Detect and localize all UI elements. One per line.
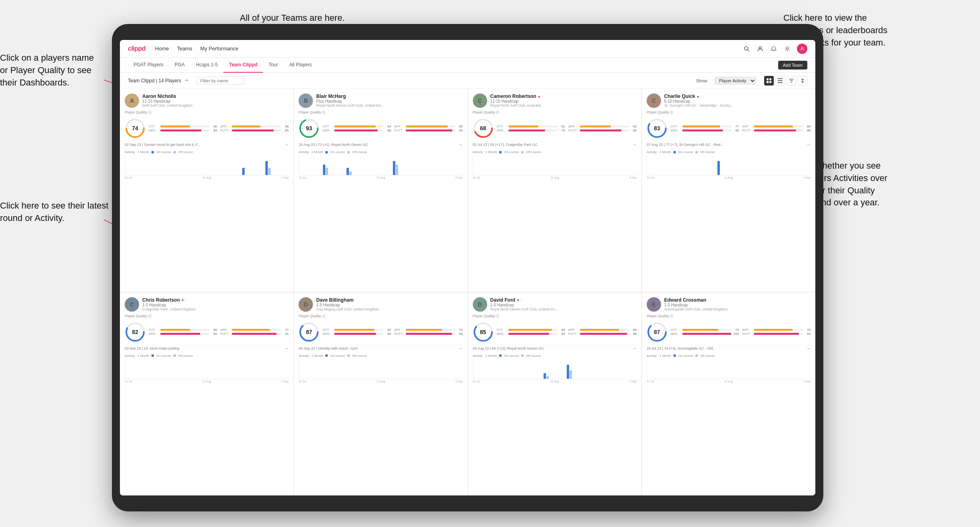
player-header: C Cameron Robertson ● 11-15 Handicap Roy… xyxy=(473,93,637,108)
stat-bar-container-ARG xyxy=(682,129,731,131)
tab-tour[interactable]: Tour xyxy=(263,58,283,73)
player-card-3[interactable]: C Cameron Robertson ● 11-15 Handicap Roy… xyxy=(468,89,641,292)
chart-area xyxy=(125,359,289,379)
stat-value-APP: 79 xyxy=(804,328,811,332)
bell-icon[interactable] xyxy=(770,45,778,53)
player-name[interactable]: Edward Crossman xyxy=(664,297,811,303)
stat-value-OTT: 60 xyxy=(211,328,217,332)
activity-header: Activity · 1 Month On course Off course xyxy=(299,150,462,154)
latest-round[interactable]: 02 Jul 23 | 59 (+17), Craigmillar Park G… xyxy=(473,141,637,148)
quality-section[interactable]: 83 OTT 77 APP 80 ARG 83 PUTT 86 xyxy=(647,118,811,139)
stat-row-PUTT: PUTT 86 xyxy=(742,129,811,132)
stat-value-PUTT: 96 xyxy=(630,332,637,336)
user-avatar-icon[interactable]: A xyxy=(797,44,807,54)
stat-label-ARG: ARG xyxy=(149,129,159,132)
tab-hcaps[interactable]: Hcaps 1-5 xyxy=(190,58,223,73)
latest-round[interactable]: 04 Sep 23 | Mobility with coach, Gym → xyxy=(299,345,462,352)
chart-label: 21 Aug xyxy=(724,380,733,383)
profile-icon[interactable] xyxy=(756,45,764,53)
search-icon[interactable] xyxy=(743,45,751,53)
player-info: Edward Crossman 1-5 Handicap Sunningdale… xyxy=(664,297,811,311)
latest-round[interactable]: 02 Sep 23 | Sunset round to get back int… xyxy=(125,141,289,148)
stat-bar-APP xyxy=(580,329,619,331)
chart-bar-group xyxy=(393,161,415,175)
list-view-icon[interactable] xyxy=(775,76,785,86)
nav-teams[interactable]: Teams xyxy=(177,46,192,52)
settings-icon[interactable] xyxy=(783,45,791,53)
bar-on xyxy=(323,165,325,175)
sort-icon[interactable] xyxy=(798,76,807,86)
stat-bar-container-ARG xyxy=(682,333,731,335)
player-name[interactable]: Cameron Robertson ● xyxy=(490,93,637,99)
off-course-label: Off course xyxy=(178,354,193,358)
player-card-2[interactable]: B Blair McHarg Plus Handicap Royal North… xyxy=(294,89,467,292)
stat-bar-container-PUTT xyxy=(406,129,455,131)
bar-on xyxy=(265,161,268,175)
stat-value-OTT: 84 xyxy=(384,125,391,128)
quality-section[interactable]: 82 OTT 60 APP 77 ARG 81 PUTT 91 xyxy=(125,322,289,342)
svg-rect-11 xyxy=(778,82,783,83)
player-avatar: E xyxy=(647,297,661,312)
player-name[interactable]: Dave Billingham xyxy=(316,297,462,303)
quality-label: Player Quality ⓘ xyxy=(647,314,811,318)
latest-round[interactable]: 18 Jul 23 | 74 (+4), Sunningdale GC - Ol… xyxy=(647,345,811,352)
show-select[interactable]: Player Activity xyxy=(715,77,756,85)
stat-label-PUTT: PUTT xyxy=(568,129,579,132)
quality-circle: 93 xyxy=(299,118,319,139)
quality-section[interactable]: 87 OTT 82 APP 74 ARG 85 PUTT 94 xyxy=(299,322,462,342)
player-name[interactable]: David Ford ● xyxy=(490,297,637,303)
activity-section: Activity · 1 Month On course Off course xyxy=(299,354,462,383)
tab-team-clippd[interactable]: Team Clippd xyxy=(223,58,263,73)
player-name[interactable]: Blair McHarg xyxy=(316,93,462,99)
off-course-dot xyxy=(521,151,524,153)
stat-label-ARG: ARG xyxy=(497,332,507,336)
edit-icon[interactable]: ✏ xyxy=(185,78,189,83)
quality-section[interactable]: 74 OTT 60 APP 58 ARG 84 PUTT 85 xyxy=(125,118,289,139)
filter-input[interactable] xyxy=(197,77,245,85)
quality-section[interactable]: 93 OTT 84 APP 85 ARG 88 PUTT 95 xyxy=(299,118,462,139)
stat-bar-container-ARG xyxy=(334,333,383,335)
stat-row-PUTT: PUTT 96 xyxy=(568,332,637,336)
tab-pgat-players[interactable]: PGAT Players xyxy=(128,58,169,73)
latest-round[interactable]: 03 Mar 23 | 19, Must make putting → xyxy=(125,345,289,352)
stat-value-ARG: 84 xyxy=(211,129,217,132)
stat-bar-APP xyxy=(232,125,260,127)
player-card-7[interactable]: D David Ford ● 1-5 Handicap Royal North … xyxy=(468,292,641,496)
stat-value-APP: 74 xyxy=(456,328,463,332)
chart-label: 21 Aug xyxy=(376,380,385,383)
player-card-1[interactable]: A Aaron Nicholls 11-15 Handicap Drift Go… xyxy=(120,89,293,292)
latest-round[interactable]: 26 Aug 23 | 73 (+1), Royal North Devon G… xyxy=(299,141,462,148)
nav-home[interactable]: Home xyxy=(155,46,169,52)
tab-all-players[interactable]: All Players xyxy=(283,58,317,73)
player-card-8[interactable]: E Edward Crossman 1-5 Handicap Sunningda… xyxy=(642,292,815,496)
stat-bar-PUTT xyxy=(580,129,622,131)
quality-section[interactable]: 85 OTT 89 APP 80 ARG 83 PUTT 96 xyxy=(473,322,637,342)
player-name[interactable]: Aaron Nicholls xyxy=(142,93,289,99)
stat-row-OTT: OTT 77 xyxy=(671,125,739,128)
grid-view-icon[interactable] xyxy=(764,76,774,86)
player-card-5[interactable]: C Chris Robertson ● 1-5 Handicap Craigmi… xyxy=(120,292,293,496)
latest-round[interactable]: 26 Aug 23 | 84 (+12), Royal North Devon … xyxy=(473,345,637,352)
stat-bar-PUTT xyxy=(754,129,796,131)
tab-pga[interactable]: PGA xyxy=(169,58,190,73)
activity-section: Activity · 1 Month On course Off course xyxy=(125,354,289,383)
latest-round[interactable]: 07 Aug 23 | 77 (+7), St George's Hill GC… xyxy=(647,141,811,148)
player-card-4[interactable]: C Charlie Quick ● 6-10 Handicap St. Geor… xyxy=(642,89,815,292)
filter-icon[interactable] xyxy=(787,76,796,86)
latest-round-arrow: → xyxy=(632,142,637,147)
stat-label-OTT: OTT xyxy=(149,125,159,128)
activity-header: Activity · 1 Month On course Off course xyxy=(473,150,637,154)
off-course-label: Off course xyxy=(352,354,367,358)
nav-my-performance[interactable]: My Performance xyxy=(200,46,238,52)
add-team-button[interactable]: Add Team xyxy=(778,61,807,70)
stat-row-PUTT: PUTT 92 xyxy=(742,332,811,336)
player-name[interactable]: Chris Robertson ● xyxy=(142,297,289,303)
player-name[interactable]: Charlie Quick ● xyxy=(664,93,811,99)
player-club: Royal Perth Golf Club, Australia xyxy=(490,103,637,107)
player-card-6[interactable]: D Dave Billingham 1-5 Handicap Sog Magin… xyxy=(294,292,467,496)
quality-section[interactable]: 87 OTT 73 APP 79 ARG 103 PUTT 9 xyxy=(647,322,811,342)
on-course-dot xyxy=(151,354,154,357)
quality-section[interactable]: 68 OTT 61 APP 63 ARG 75 PUTT 85 xyxy=(473,118,637,139)
chart-label: 31 Jul xyxy=(647,380,654,383)
stat-bar-OTT xyxy=(682,125,720,127)
